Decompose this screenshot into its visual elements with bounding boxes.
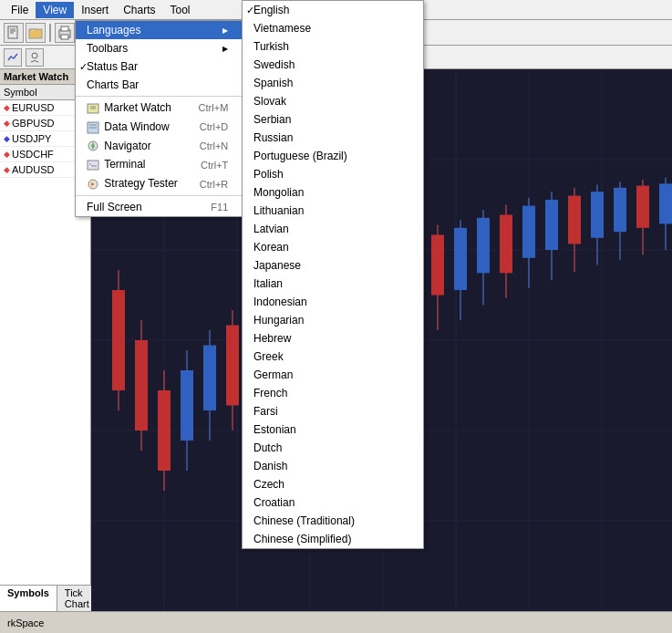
- menu-separator-2: [76, 195, 246, 196]
- lang-hebrew[interactable]: Hebrew: [243, 329, 423, 348]
- svg-rect-76: [636, 186, 649, 228]
- lang-french[interactable]: French: [243, 384, 423, 402]
- svg-rect-30: [112, 290, 125, 390]
- up-icon: ◆: [4, 165, 10, 174]
- tab-symbols[interactable]: Symbols: [0, 586, 57, 611]
- menu-item-market-watch[interactable]: Market Watch Ctrl+M: [76, 99, 246, 118]
- lang-polish[interactable]: Polish: [243, 165, 423, 183]
- lang-portuguese-brazil[interactable]: Portuguese (Brazil): [243, 147, 423, 165]
- menu-charts[interactable]: Charts: [116, 2, 162, 18]
- indicator-btn[interactable]: [4, 48, 22, 67]
- svg-rect-36: [181, 370, 193, 441]
- svg-rect-58: [431, 235, 444, 296]
- workspace-label: rkSpace: [7, 617, 44, 628]
- lang-estonian[interactable]: Estonian: [243, 420, 423, 439]
- menu-item-full-screen[interactable]: Full Screen F11: [76, 198, 246, 216]
- svg-rect-40: [226, 326, 239, 406]
- symbol-name: EURUSD: [12, 102, 54, 113]
- svg-rect-7: [61, 35, 68, 39]
- menu-insert[interactable]: Insert: [74, 2, 116, 18]
- symbol-name: USDCHF: [12, 149, 54, 160]
- menu-item-data-window[interactable]: Data Window Ctrl+D: [76, 118, 246, 137]
- svg-rect-38: [203, 346, 216, 411]
- lang-english-label: English: [253, 4, 289, 16]
- lang-spanish[interactable]: Spanish: [243, 74, 423, 92]
- lang-mongolian[interactable]: Mongolian: [243, 183, 423, 202]
- menu-item-charts-bar[interactable]: Charts Bar: [76, 76, 246, 94]
- up-icon: ◆: [4, 119, 10, 128]
- up-icon: ◆: [4, 103, 10, 112]
- lang-croatian[interactable]: Croatian: [243, 493, 423, 512]
- lang-russian[interactable]: Russian: [243, 129, 423, 147]
- down-icon: ◆: [4, 134, 10, 143]
- new-chart-btn[interactable]: [4, 23, 24, 43]
- print-btn[interactable]: [55, 23, 75, 43]
- lang-italian[interactable]: Italian: [243, 275, 423, 293]
- full-screen-label: Full Screen: [87, 201, 142, 213]
- charts-bar-label: Charts Bar: [87, 78, 139, 91]
- menu-item-strategy-tester[interactable]: Strategy Tester Ctrl+R: [76, 174, 246, 193]
- strategy-tester-icon: Strategy Tester: [87, 177, 178, 191]
- lang-japanese[interactable]: Japanese: [243, 256, 423, 275]
- lang-swedish[interactable]: Swedish: [243, 56, 423, 74]
- lang-vietnamese[interactable]: Vietnamese: [243, 19, 423, 37]
- lang-farsi[interactable]: Farsi: [243, 402, 423, 420]
- symbol-name: AUDUSD: [12, 164, 54, 175]
- svg-rect-86: [88, 161, 98, 170]
- languages-label: Languages: [87, 24, 140, 36]
- menu-view[interactable]: View: [36, 2, 74, 18]
- lang-greek[interactable]: Greek: [243, 348, 423, 366]
- lang-german[interactable]: German: [243, 366, 423, 384]
- lang-chinese-simplified[interactable]: Chinese (Simplified): [243, 530, 423, 548]
- svg-rect-32: [135, 340, 148, 431]
- menu-item-navigator[interactable]: Navigator Ctrl+N: [76, 137, 246, 156]
- svg-rect-74: [614, 188, 626, 232]
- menu-tools[interactable]: Tool: [163, 2, 198, 18]
- menu-separator-1: [76, 96, 246, 97]
- lang-latvian[interactable]: Latvian: [243, 220, 423, 238]
- lang-lithuanian[interactable]: Lithuanian: [243, 202, 423, 220]
- navigator-shortcut: Ctrl+N: [200, 140, 228, 151]
- status-bar-label: Status Bar: [87, 60, 138, 73]
- lang-turkish[interactable]: Turkish: [243, 37, 423, 56]
- up-icon: ◆: [4, 150, 10, 159]
- svg-rect-34: [158, 390, 171, 471]
- market-watch-tabs: Symbols Tick Chart: [0, 585, 90, 611]
- menu-file[interactable]: File: [4, 2, 36, 18]
- menu-item-languages[interactable]: Languages: [76, 21, 246, 39]
- svg-rect-6: [61, 26, 68, 31]
- lang-chinese-traditional[interactable]: Chinese (Traditional): [243, 512, 423, 530]
- menu-item-status-bar[interactable]: Status Bar: [76, 57, 246, 76]
- svg-rect-62: [477, 218, 490, 273]
- lang-english[interactable]: English: [243, 1, 423, 19]
- svg-rect-64: [500, 215, 512, 274]
- expert-btn[interactable]: [26, 48, 44, 67]
- market-watch-shortcut: Ctrl+M: [199, 102, 229, 113]
- lang-dutch[interactable]: Dutch: [243, 439, 423, 457]
- svg-rect-78: [659, 183, 672, 223]
- svg-rect-68: [545, 200, 558, 250]
- svg-rect-70: [568, 196, 581, 244]
- toolbar-sep-1: [49, 24, 51, 42]
- svg-rect-60: [454, 228, 467, 290]
- menu-item-terminal[interactable]: Terminal Ctrl+T: [76, 155, 246, 174]
- lang-hungarian[interactable]: Hungarian: [243, 311, 423, 329]
- navigator-icon: Navigator: [87, 140, 151, 153]
- svg-point-15: [32, 53, 37, 58]
- lang-czech[interactable]: Czech: [243, 475, 423, 493]
- lang-korean[interactable]: Korean: [243, 238, 423, 256]
- symbol-name: GBPUSD: [12, 118, 54, 129]
- status-bar: rkSpace: [0, 611, 672, 633]
- symbol-name: USDJPY: [12, 133, 51, 144]
- toolbars-label: Toolbars: [87, 42, 128, 55]
- data-window-shortcut: Ctrl+D: [200, 121, 228, 132]
- lang-danish[interactable]: Danish: [243, 457, 423, 475]
- view-dropdown-menu: Languages Toolbars Status Bar Charts Bar…: [75, 20, 247, 217]
- menu-item-toolbars[interactable]: Toolbars: [76, 39, 246, 57]
- lang-slovak[interactable]: Slovak: [243, 92, 423, 110]
- lang-indonesian[interactable]: Indonesian: [243, 293, 423, 311]
- terminal-shortcut: Ctrl+T: [201, 160, 228, 171]
- lang-serbian[interactable]: Serbian: [243, 110, 423, 129]
- svg-rect-66: [522, 206, 535, 258]
- open-btn[interactable]: [26, 23, 46, 43]
